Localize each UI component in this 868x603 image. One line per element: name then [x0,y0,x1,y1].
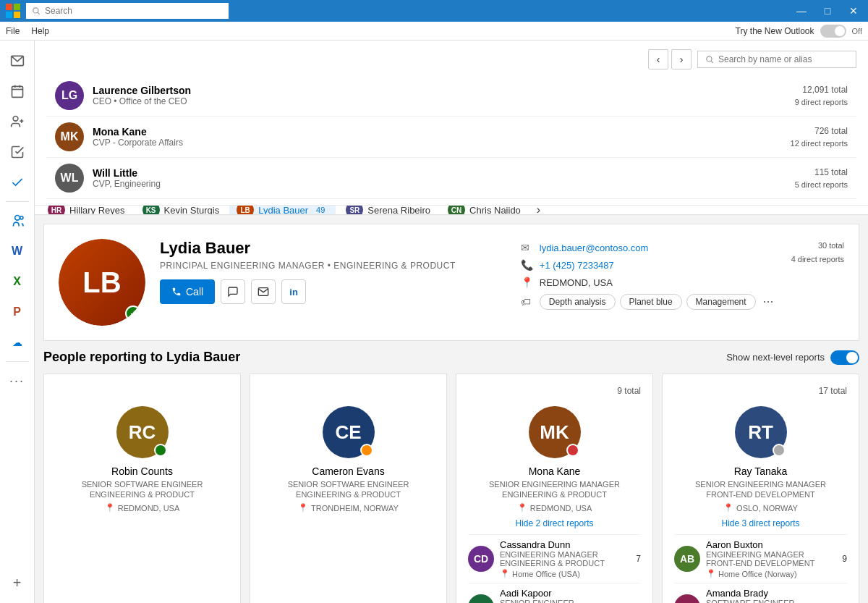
tab-avatar: KS [142,206,160,215]
person-info: Mona Kane CVP - Corporate Affairs [93,126,782,148]
sidebar-item-powerpoint[interactable]: P [3,298,32,326]
title-bar-controls: — □ ✕ [793,2,862,20]
tags-more-button[interactable]: ··· [760,294,777,310]
title-bar-search-box[interactable] [26,3,229,19]
card-location-icon: 📍 [298,503,308,513]
stats-reports: 12 direct reports [791,138,848,150]
sidebar-item-calendar[interactable] [3,77,32,106]
card-avatar-wrapper: RC [116,406,169,458]
sub-count: 9 [842,554,847,564]
linkedin-button[interactable]: in [281,279,306,304]
sub-info: Aaron Buxton ENGINEERING MANAGER FRONT-E… [706,539,836,578]
sidebar-item-tasks[interactable] [3,138,32,166]
sub-location-icon: 📍 [706,569,716,578]
person-stats: 12,091 total 9 direct reports [795,83,848,109]
profile-tab[interactable]: HR Hillary Reyes [41,206,132,215]
sidebar-item-people[interactable] [3,206,32,235]
sub-location-icon: 📍 [500,569,510,578]
svg-point-14 [14,216,20,221]
profile-tab[interactable]: CN Chris Naiido [441,206,528,215]
breadcrumb-person-row[interactable]: MK Mona Kane CVP - Corporate Affairs 726… [46,117,856,158]
reports-title: People reporting to Lydia Bauer [43,350,240,365]
card-role: SENIOR ENGINEERING MANAGER [489,480,620,489]
tabs-more-button[interactable]: › [531,206,546,215]
search-icon [705,55,714,64]
card-name: Cameron Evans [312,465,384,477]
sub-report-item[interactable]: AK Aadi Kapoor SENIOR ENGINEER ENGINEERI… [468,583,641,603]
sub-report-item[interactable]: AB Aaron Buxton ENGINEERING MANAGER FRON… [674,534,847,578]
sidebar-item-check[interactable] [3,168,32,197]
sub-avatar: CD [468,546,494,572]
tag-icon: 🏷 [521,296,534,308]
file-menu[interactable]: File [6,26,20,36]
stats-reports: 5 direct reports [795,179,848,191]
stats-total: 115 total [795,166,848,179]
contact-email-link[interactable]: lydia.bauer@contoso.com [540,243,649,253]
card-top [56,386,229,400]
profile-picture: LB [59,239,145,326]
profile-main-info: Lydia Bauer PRINCIPAL ENGINEERING MANAGE… [160,239,506,326]
hide-reports-link[interactable]: Hide 2 direct reports [515,518,593,528]
people-search-input[interactable] [718,54,848,64]
sub-report-item[interactable]: AB Amanda Brady SOFTWARE ENGINEER FRONT-… [674,583,847,603]
card-avatar-wrapper: MK [529,406,581,458]
report-card: RC Robin Counts SENIOR SOFTWARE ENGINEER… [43,374,241,603]
svg-rect-0 [6,4,12,10]
close-button[interactable]: ✕ [845,2,862,20]
tab-avatar: SR [346,206,363,215]
sidebar-item-mail[interactable] [3,46,32,75]
help-menu[interactable]: Help [31,26,49,36]
sidebar-item-more[interactable]: ··· [3,366,32,395]
card-status-badge [360,444,373,457]
hide-reports-link[interactable]: Hide 3 direct reports [721,518,799,528]
profile-tag[interactable]: Management [686,294,756,310]
profile-total: 30 total [791,239,844,253]
tab-label: Hillary Reyes [69,206,125,215]
sub-info: Cassandra Dunn ENGINEERING MANAGER ENGIN… [500,539,630,578]
breadcrumb-person-row[interactable]: WL Will Little CVP, Engineering 115 tota… [46,158,856,199]
card-location: 📍 REDMOND, USA [105,503,180,513]
profile-tag[interactable]: Depth analysis [540,294,616,310]
profile-tag[interactable]: Planet blue [620,294,682,310]
sidebar-item-contacts[interactable] [3,107,32,136]
phone-contact-icon: 📞 [521,259,534,271]
card-location-icon: 📍 [517,503,527,513]
tab-label: Kevin Sturgis [164,206,220,215]
profile-tab[interactable]: SR Serena Ribeiro [339,206,438,215]
chat-button[interactable] [221,279,245,304]
profile-reports: 4 direct reports [791,253,844,266]
card-total: 17 total [819,386,847,400]
reports-toggle: Show next-level reports [726,350,859,365]
mail-button[interactable] [251,279,276,304]
nav-forward-button[interactable]: › [671,49,692,69]
tab-avatar: CN [448,206,465,215]
card-name: Mona Kane [529,465,581,477]
call-button[interactable]: Call [160,279,215,304]
sub-name: Amanda Brady [706,588,847,599]
profile-tab[interactable]: KS Kevin Sturgis [135,206,227,215]
toggle-knob [835,26,845,36]
sidebar-item-onedrive[interactable]: ☁ [3,328,32,357]
next-level-toggle[interactable] [830,350,859,365]
try-new-label: Try the New Outlook [736,26,814,36]
sidebar-item-word[interactable]: W [3,237,32,266]
online-status-badge [125,305,141,321]
nav-back-button[interactable]: ‹ [648,49,668,69]
breadcrumb-person-row[interactable]: LG Laurence Gilbertson CEO • Office of t… [46,75,856,117]
menu-bar-right: Try the New Outlook Off [736,25,862,38]
new-outlook-toggle[interactable] [820,25,846,38]
sidebar-add-button[interactable]: + [3,568,32,597]
avatar: WL [55,164,84,193]
sub-report-item[interactable]: CD Cassandra Dunn ENGINEERING MANAGER EN… [468,534,641,578]
maximize-button[interactable]: □ [819,2,836,20]
search-input[interactable] [45,6,218,16]
svg-point-11 [13,117,18,122]
card-location-text: TRONDHEIM, NORWAY [311,504,399,513]
people-search-box[interactable] [697,51,856,68]
breadcrumb-chain: ‹ › LG Laurence Gilbertson CEO • Office … [35,41,868,206]
minimize-button[interactable]: — [793,2,810,20]
profile-tab[interactable]: LB Lydia Bauer 49 [229,206,336,215]
sub-location: 📍Home Office (USA) [500,569,630,578]
stats-total: 12,091 total [795,83,848,96]
sidebar-item-excel[interactable]: X [3,267,32,296]
